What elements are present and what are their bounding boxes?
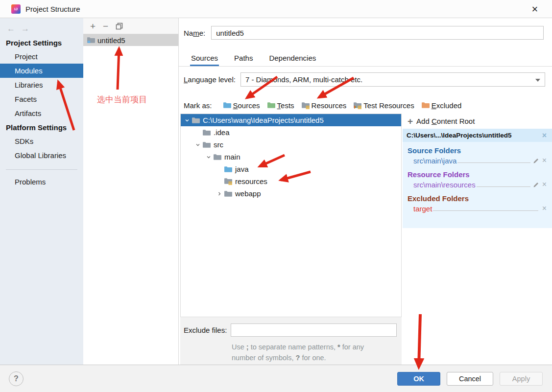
back-icon[interactable]: ← <box>7 24 15 33</box>
chevron-right-icon[interactable] <box>215 191 224 197</box>
title-bar: IJ Project Structure × <box>0 0 552 18</box>
forward-icon[interactable]: → <box>21 24 29 33</box>
sidebar-item-libraries[interactable]: Libraries <box>0 78 83 92</box>
edit-pencil-icon[interactable] <box>533 158 539 164</box>
exclude-files-label: Exclude files: <box>184 326 227 334</box>
mark-as-excluded[interactable]: Excluded <box>421 101 462 110</box>
excluded-folders-group: Excluded Folders target × <box>403 190 552 214</box>
module-name-input[interactable] <box>211 26 544 40</box>
tab-sources[interactable]: Sources <box>190 51 219 66</box>
resource-folder-icon <box>224 178 235 185</box>
tree-row-resources[interactable]: resources <box>181 175 401 187</box>
dialog-body: ←→ Project Settings Project Modules Libr… <box>0 18 552 365</box>
mark-as-label: Mark as: <box>184 101 212 110</box>
folder-icon <box>202 129 213 136</box>
module-list-toolbar: + − <box>83 18 178 34</box>
remove-folder-icon[interactable]: × <box>541 180 548 189</box>
excluded-folders-title: Excluded Folders <box>403 190 552 203</box>
sidebar-item-project[interactable]: Project <box>0 49 83 64</box>
tree-row-java[interactable]: java <box>181 163 401 175</box>
folder-icon <box>213 154 224 161</box>
dialog-footer: ? OK Cancel Apply <box>0 365 552 392</box>
tree-row-main[interactable]: main <box>181 151 401 163</box>
name-label: Name: <box>184 29 205 37</box>
help-icon[interactable]: ? <box>9 371 24 386</box>
language-level-value: 7 - Diamonds, ARM, multi-catch etc. <box>245 75 362 84</box>
module-list-item[interactable]: untitled5 <box>83 34 178 46</box>
idea-logo-icon: IJ <box>11 4 21 14</box>
section-header-platform-settings: Platform Settings <box>0 120 83 134</box>
test-resources-folder-icon <box>353 102 362 109</box>
folder-icon <box>224 190 235 197</box>
resource-folders-title: Resource Folders <box>403 166 552 179</box>
chevron-down-icon[interactable] <box>183 117 192 123</box>
sidebar-item-facets[interactable]: Facets <box>0 92 83 106</box>
chevron-down-icon[interactable] <box>204 154 213 160</box>
cancel-button[interactable]: Cancel <box>447 372 493 386</box>
exclude-files-section: Exclude files: Use ; to separate name pa… <box>180 317 402 365</box>
module-list-pane: + − untitled5 <box>83 18 179 365</box>
add-module-icon[interactable]: + <box>90 22 103 31</box>
remove-folder-icon[interactable]: × <box>541 204 548 213</box>
folder-icon <box>192 117 202 124</box>
tree-row-idea[interactable]: .idea <box>181 126 401 138</box>
sidebar-divider <box>6 169 77 170</box>
close-icon[interactable]: × <box>528 3 541 16</box>
mark-as-resources[interactable]: Resources <box>301 101 347 110</box>
mark-as-test-resources[interactable]: Test Resources <box>353 101 414 110</box>
mark-as-tests[interactable]: Tests <box>267 101 294 110</box>
resource-folders-group: Resource Folders src\main\resources × <box>403 166 552 190</box>
excluded-folder-item[interactable]: target × <box>403 203 552 214</box>
folder-icon <box>202 141 213 148</box>
remove-folder-icon[interactable]: × <box>541 156 548 165</box>
sources-folder-icon <box>223 102 232 109</box>
add-content-root-button[interactable]: + Add Content Root <box>403 114 552 129</box>
content-root-path-header[interactable]: C:\Users\...\IdeaProjects\untitled5 × <box>403 129 552 142</box>
tree-row-src[interactable]: src <box>181 138 401 151</box>
copy-module-icon[interactable] <box>116 22 128 30</box>
excluded-folder-icon <box>421 102 430 109</box>
sidebar-item-artifacts[interactable]: Artifacts <box>0 106 83 120</box>
plus-icon: + <box>408 117 413 125</box>
module-name: untitled5 <box>97 36 125 45</box>
exclude-files-input[interactable] <box>231 323 397 337</box>
sidebar-item-modules[interactable]: Modules <box>0 64 83 78</box>
tree-row-webapp[interactable]: webapp <box>181 187 401 200</box>
section-header-project-settings: Project Settings <box>0 36 83 49</box>
settings-sidebar: ←→ Project Settings Project Modules Libr… <box>0 18 83 365</box>
language-level-label: Language level: <box>184 75 236 84</box>
exclude-files-hint: Use ; to separate name patterns, * for a… <box>232 342 364 363</box>
apply-button[interactable]: Apply <box>500 372 543 386</box>
annotation-note: 选中当前项目 <box>97 94 147 105</box>
sidebar-item-sdks[interactable]: SDKs <box>0 134 83 148</box>
chevron-down-icon[interactable] <box>193 142 202 148</box>
editor-tabs: Sources Paths Dependencies <box>179 51 552 67</box>
sidebar-item-global-libraries[interactable]: Global Libraries <box>0 148 83 162</box>
mark-as-sources[interactable]: Sources <box>223 101 260 110</box>
source-folders-title: Source Folders <box>403 142 552 155</box>
resources-folder-icon <box>301 102 310 109</box>
tests-folder-icon <box>267 102 276 109</box>
resource-folder-item[interactable]: src\main\resources × <box>403 179 552 190</box>
content-root-panel: + Add Content Root C:\Users\...\IdeaProj… <box>403 114 552 228</box>
source-folder-item[interactable]: src\main\java × <box>403 155 552 166</box>
tab-dependencies[interactable]: Dependencies <box>268 51 317 66</box>
tab-paths[interactable]: Paths <box>233 51 254 66</box>
remove-module-icon[interactable]: − <box>103 22 116 31</box>
mark-as-row: Mark as: Sources Tests Resources Test Re… <box>184 99 461 112</box>
source-folders-group: Source Folders src\main\java × <box>403 142 552 166</box>
chevron-down-icon <box>535 79 540 82</box>
folder-groups: Source Folders src\main\java × Resource … <box>403 142 552 228</box>
sidebar-item-problems[interactable]: Problems <box>0 175 83 189</box>
content-root-tree: C:\Users\wang\IdeaProjects\untitled5 .id… <box>180 114 402 317</box>
module-editor: Name: Sources Paths Dependencies Languag… <box>179 18 552 365</box>
tree-row-root[interactable]: C:\Users\wang\IdeaProjects\untitled5 <box>181 114 401 126</box>
remove-content-root-icon[interactable]: × <box>541 131 548 140</box>
ok-button[interactable]: OK <box>397 372 440 386</box>
edit-pencil-icon[interactable] <box>533 182 539 188</box>
language-level-select[interactable]: 7 - Diamonds, ARM, multi-catch etc. <box>240 72 545 87</box>
window-title: Project Structure <box>25 5 80 13</box>
module-icon <box>87 37 96 44</box>
source-folder-icon <box>224 166 235 173</box>
